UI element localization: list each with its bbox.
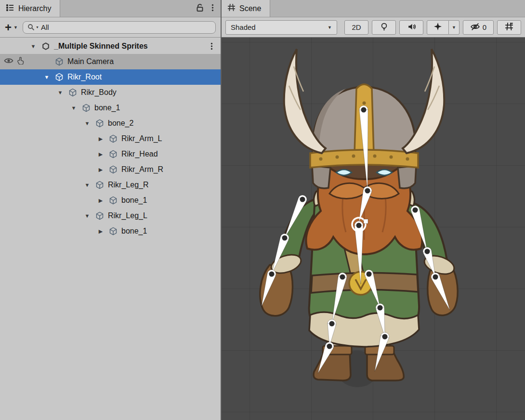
hierarchy-toolbar: + ▼ ▼ xyxy=(0,17,221,38)
collapse-arrow-icon[interactable]: ▼ xyxy=(54,90,66,95)
unlock-icon[interactable] xyxy=(196,3,204,14)
item-label: _Multiple Skinned Sprites xyxy=(54,42,148,51)
scene-canvas[interactable] xyxy=(222,38,524,420)
draw-mode-dropdown[interactable]: Shaded ▼ xyxy=(225,20,337,35)
unity-editor-window: Hierarchy + ▼ ▼ xyxy=(0,0,525,420)
hierarchy-row[interactable]: ▶Rikr_Arm_L xyxy=(0,131,221,146)
expand-arrow-icon[interactable]: ▶ xyxy=(94,136,107,142)
chevron-down-icon: ▼ xyxy=(452,25,456,30)
scene-toolbar: Shaded ▼ 2D xyxy=(222,17,525,38)
gameobject-cube-icon xyxy=(93,119,106,128)
speaker-icon xyxy=(407,22,416,33)
bone-joint-dot[interactable] xyxy=(329,321,335,327)
item-label: Rikr_Leg_R xyxy=(108,181,148,189)
tab-scene-label: Scene xyxy=(239,4,261,13)
item-label: Rikr_Arm_R xyxy=(121,165,163,174)
hierarchy-row[interactable]: Main Camera xyxy=(0,54,221,69)
hierarchy-tree: ▼_Multiple Skinned SpritesMain Camera▼Ri… xyxy=(0,38,221,420)
expand-arrow-icon[interactable]: ▶ xyxy=(94,167,107,173)
visibility-eye-icon[interactable] xyxy=(4,57,13,66)
hierarchy-row[interactable]: ▶Rikr_Head xyxy=(0,146,221,162)
collapse-arrow-icon[interactable]: ▼ xyxy=(81,120,93,126)
collapse-arrow-icon[interactable]: ▼ xyxy=(67,105,80,111)
item-label: bone_1 xyxy=(94,104,120,112)
hidden-count-label: 0 xyxy=(483,23,486,31)
create-menu-button[interactable]: + ▼ xyxy=(5,22,18,33)
bone-joint-dot[interactable] xyxy=(269,272,275,277)
item-label: bone_1 xyxy=(121,227,147,236)
hierarchy-row[interactable]: ▼bone_2 xyxy=(0,116,221,131)
hierarchy-row-scene[interactable]: ▼_Multiple Skinned Sprites xyxy=(0,39,221,54)
bone-joint-dot[interactable] xyxy=(300,197,305,202)
expand-arrow-icon[interactable]: ▶ xyxy=(94,151,107,158)
bone-joint-dot[interactable] xyxy=(356,223,362,228)
item-label: Rikr_Arm_L xyxy=(121,134,162,143)
collapse-arrow-icon[interactable]: ▼ xyxy=(81,182,93,188)
search-input[interactable]: ▼ xyxy=(23,21,216,34)
scene-options-icon[interactable] xyxy=(210,42,221,51)
lightbulb-icon xyxy=(380,22,389,33)
bone-joint-dot[interactable] xyxy=(367,272,372,277)
kebab-menu-icon[interactable] xyxy=(211,3,214,14)
grid-visibility-button[interactable] xyxy=(497,20,521,35)
scene-viewport[interactable] xyxy=(222,38,525,420)
bone-joint-dot[interactable] xyxy=(433,275,438,280)
bone-joint-dot[interactable] xyxy=(382,334,388,340)
scene-panel: Scene Shaded ▼ 2D xyxy=(222,0,525,420)
hierarchy-row[interactable]: ▼Rikr_Root xyxy=(0,69,221,85)
bone-joint-dot[interactable] xyxy=(413,208,418,213)
grid-settings-icon xyxy=(505,22,513,32)
eye-slash-icon xyxy=(470,23,480,32)
bone-joint-dot[interactable] xyxy=(327,344,332,349)
bone-joint-dot[interactable] xyxy=(378,305,383,311)
bone-joint-dot[interactable] xyxy=(340,275,345,280)
hierarchy-row[interactable]: ▶bone_1 xyxy=(0,223,221,239)
bone-joint-dot[interactable] xyxy=(425,249,430,254)
bone-joint-dot[interactable] xyxy=(365,188,370,194)
scene-visibility-button[interactable]: 0 xyxy=(463,20,494,35)
gameobject-cube-icon xyxy=(66,88,79,97)
gameobject-cube-icon xyxy=(107,227,119,236)
joint-handle-square[interactable] xyxy=(364,219,368,223)
gameobject-cube-icon xyxy=(53,57,66,66)
lighting-toggle-button[interactable] xyxy=(372,20,396,35)
collapse-arrow-icon[interactable]: ▼ xyxy=(27,43,39,49)
gameobject-cube-icon xyxy=(80,104,92,112)
hierarchy-row[interactable]: ▼Rikr_Leg_L xyxy=(0,208,221,223)
draw-mode-label: Shaded xyxy=(231,23,256,31)
search-icon[interactable]: ▼ xyxy=(27,24,39,31)
toggle-2d-label: 2D xyxy=(352,23,361,31)
hierarchy-tabbar: Hierarchy xyxy=(0,0,221,17)
pickability-hand-icon[interactable] xyxy=(17,57,24,66)
expand-arrow-icon[interactable]: ▶ xyxy=(94,197,107,204)
collapse-arrow-icon[interactable]: ▼ xyxy=(40,74,53,80)
hierarchy-row[interactable]: ▼Rikr_Body xyxy=(0,85,221,100)
bone-joint-dot[interactable] xyxy=(282,236,288,241)
search-field[interactable] xyxy=(41,23,211,31)
hierarchy-row[interactable]: ▼Rikr_Leg_R xyxy=(0,177,221,193)
hierarchy-row[interactable]: ▶bone_1 xyxy=(0,193,221,208)
item-label: Rikr_Body xyxy=(81,88,117,97)
gameobject-cube-icon xyxy=(107,150,119,158)
search-filter-caret-icon: ▼ xyxy=(36,26,39,29)
scene-tabbar: Scene xyxy=(222,0,525,17)
audio-toggle-button[interactable] xyxy=(399,20,423,35)
effects-toggle-button[interactable] xyxy=(427,20,449,35)
bone-joint-dot[interactable] xyxy=(361,107,367,113)
hierarchy-row[interactable]: ▶Rikr_Arm_R xyxy=(0,162,221,177)
expand-arrow-icon[interactable]: ▶ xyxy=(94,228,107,235)
collapse-arrow-icon[interactable]: ▼ xyxy=(81,213,93,219)
chevron-down-icon: ▼ xyxy=(328,25,332,30)
tab-hierarchy[interactable]: Hierarchy xyxy=(0,0,60,17)
toggle-2d-button[interactable]: 2D xyxy=(344,20,368,35)
item-label: Rikr_Root xyxy=(67,73,102,81)
gameobject-cube-icon xyxy=(107,196,119,205)
item-label: bone_1 xyxy=(121,196,147,205)
item-label: Main Camera xyxy=(67,57,114,66)
hierarchy-row[interactable]: ▼bone_1 xyxy=(0,100,221,116)
effects-dropdown-button[interactable]: ▼ xyxy=(449,20,459,35)
visibility-gutter[interactable] xyxy=(0,57,27,66)
gameobject-cube-icon xyxy=(53,73,66,81)
hierarchy-panel: Hierarchy + ▼ ▼ xyxy=(0,0,222,420)
tab-scene[interactable]: Scene xyxy=(222,0,270,17)
